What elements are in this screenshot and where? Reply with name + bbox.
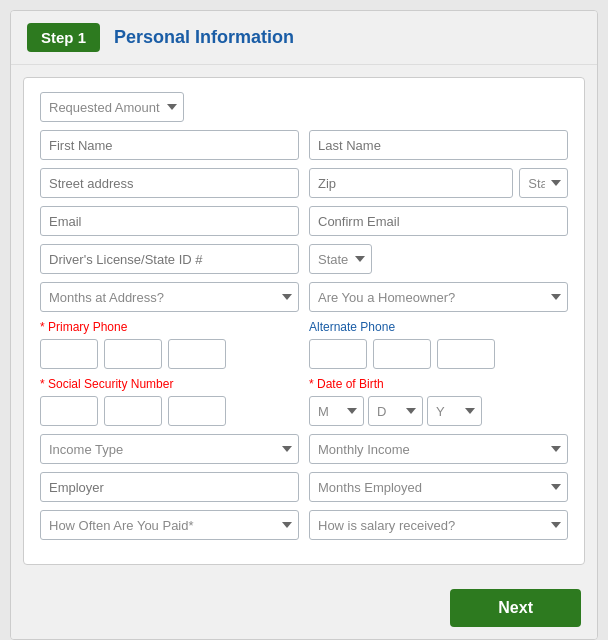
email-row	[40, 206, 568, 236]
ssn-dob-label-row: Social Security Number Date of Birth	[40, 377, 568, 394]
primary-phone-2[interactable]	[104, 339, 162, 369]
alt-phone-2[interactable]	[373, 339, 431, 369]
zip-input[interactable]	[309, 168, 513, 198]
primary-phone-label-col: Primary Phone	[40, 320, 299, 337]
first-name-input[interactable]	[40, 130, 299, 160]
dl-state-col: State	[309, 244, 568, 274]
income-type-select[interactable]: Income Type	[40, 434, 299, 464]
ssn-col	[40, 396, 299, 426]
ssn-2[interactable]	[104, 396, 162, 426]
income-type-wrapper: Income Type	[40, 434, 299, 464]
ssn-label: Social Security Number	[40, 377, 299, 391]
ssn-3[interactable]	[168, 396, 226, 426]
how-often-wrapper: How Often Are You Paid*	[40, 510, 299, 540]
dob-label-col: Date of Birth	[309, 377, 568, 394]
dl-row: State	[40, 244, 568, 274]
first-name-col	[40, 130, 299, 160]
primary-phone-label: Primary Phone	[40, 320, 299, 334]
zip-state-col: State	[309, 168, 568, 198]
alt-phone-3[interactable]	[437, 339, 495, 369]
months-address-col: Months at Address?	[40, 282, 299, 312]
dob-y-wrapper: Y	[427, 396, 482, 426]
salary-received-col: How is salary received?	[309, 510, 568, 540]
form-area: Requested Amount S	[23, 77, 585, 565]
months-address-wrapper: Months at Address?	[40, 282, 299, 312]
ssn-label-col: Social Security Number	[40, 377, 299, 394]
income-type-col: Income Type	[40, 434, 299, 464]
main-container: Step 1 Personal Information Requested Am…	[10, 10, 598, 640]
footer: Next	[11, 577, 597, 639]
homeowner-select[interactable]: Are You a Homeowner?	[309, 282, 568, 312]
state-select[interactable]: State	[519, 168, 568, 198]
state-wrapper: State	[519, 168, 568, 198]
months-homeowner-row: Months at Address? Are You a Homeowner?	[40, 282, 568, 312]
phone-input-row	[40, 339, 568, 369]
primary-phone-col	[40, 339, 299, 369]
name-row	[40, 130, 568, 160]
income-type-row: Income Type Monthly Income	[40, 434, 568, 464]
months-employed-col: Months Employed	[309, 472, 568, 502]
email-input[interactable]	[40, 206, 299, 236]
ssn-group	[40, 396, 299, 426]
dl-input[interactable]	[40, 244, 299, 274]
alt-phone-col	[309, 339, 568, 369]
requested-amount-wrapper: Requested Amount	[40, 92, 184, 122]
salary-received-wrapper: How is salary received?	[309, 510, 568, 540]
page-title: Personal Information	[114, 27, 294, 48]
requested-amount-select[interactable]: Requested Amount	[40, 92, 184, 122]
confirm-email-col	[309, 206, 568, 236]
step-badge: Step 1	[27, 23, 100, 52]
zip-state-wrapper: State	[309, 168, 568, 198]
alt-phone-group	[309, 339, 568, 369]
ssn-1[interactable]	[40, 396, 98, 426]
dob-d-wrapper: D	[368, 396, 423, 426]
dob-year-select[interactable]: Y	[427, 396, 482, 426]
months-employed-wrapper: Months Employed	[309, 472, 568, 502]
phone-label-row: Primary Phone Alternate Phone	[40, 320, 568, 337]
confirm-email-input[interactable]	[309, 206, 568, 236]
last-name-input[interactable]	[309, 130, 568, 160]
primary-phone-1[interactable]	[40, 339, 98, 369]
dl-state-select[interactable]: State	[309, 244, 372, 274]
how-often-select[interactable]: How Often Are You Paid*	[40, 510, 299, 540]
primary-phone-group	[40, 339, 299, 369]
dob-m-wrapper: M	[309, 396, 364, 426]
employer-col	[40, 472, 299, 502]
how-often-col: How Often Are You Paid*	[40, 510, 299, 540]
alt-phone-1[interactable]	[309, 339, 367, 369]
dob-label: Date of Birth	[309, 377, 568, 391]
primary-phone-3[interactable]	[168, 339, 226, 369]
ssn-dob-input-row: M D Y	[40, 396, 568, 426]
alternate-phone-label: Alternate Phone	[309, 320, 568, 334]
street-address-input[interactable]	[40, 168, 299, 198]
next-button[interactable]: Next	[450, 589, 581, 627]
salary-received-select[interactable]: How is salary received?	[309, 510, 568, 540]
employer-input[interactable]	[40, 472, 299, 502]
monthly-income-select[interactable]: Monthly Income	[309, 434, 568, 464]
address-row: State	[40, 168, 568, 198]
requested-amount-row: Requested Amount	[40, 92, 568, 122]
alt-phone-label-col: Alternate Phone	[309, 320, 568, 337]
monthly-income-wrapper: Monthly Income	[309, 434, 568, 464]
monthly-income-col: Monthly Income	[309, 434, 568, 464]
homeowner-wrapper: Are You a Homeowner?	[309, 282, 568, 312]
homeowner-col: Are You a Homeowner?	[309, 282, 568, 312]
last-name-col	[309, 130, 568, 160]
dob-day-select[interactable]: D	[368, 396, 423, 426]
dl-state-wrapper: State	[309, 244, 372, 274]
header: Step 1 Personal Information	[11, 11, 597, 65]
months-employed-select[interactable]: Months Employed	[309, 472, 568, 502]
months-address-select[interactable]: Months at Address?	[40, 282, 299, 312]
dob-month-select[interactable]: M	[309, 396, 364, 426]
dl-col	[40, 244, 299, 274]
pay-frequency-row: How Often Are You Paid* How is salary re…	[40, 510, 568, 540]
dob-col: M D Y	[309, 396, 568, 426]
street-col	[40, 168, 299, 198]
email-col	[40, 206, 299, 236]
employer-row: Months Employed	[40, 472, 568, 502]
dob-group: M D Y	[309, 396, 568, 426]
